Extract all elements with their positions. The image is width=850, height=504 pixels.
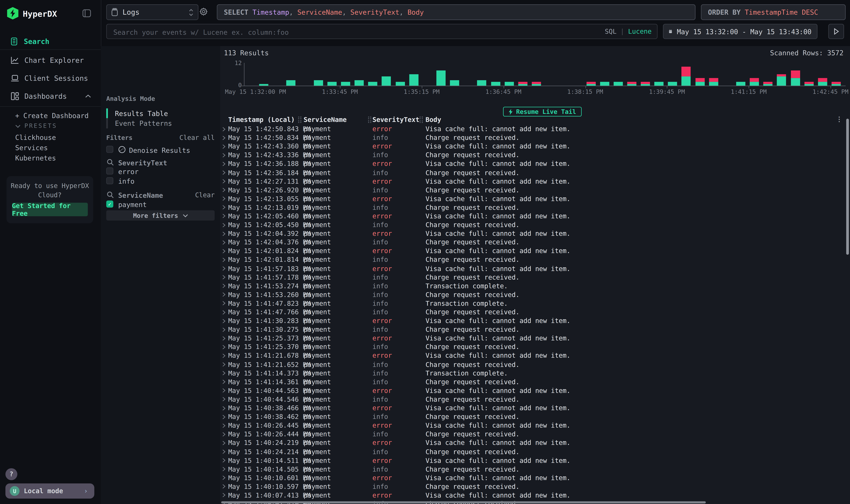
- time-range-picker[interactable]: May 15 13:32:00 - May 15 13:43:00: [663, 24, 817, 39]
- histogram-bar-info[interactable]: [600, 82, 609, 86]
- histogram-bar-error[interactable]: [832, 82, 841, 84]
- histogram-bar-info[interactable]: [477, 80, 487, 86]
- table-row[interactable]: May 15 1:40:26.444 PMpaymentinfoCharge r…: [220, 430, 850, 438]
- table-row[interactable]: May 15 1:42:13.055 PMpaymenterrorVisa ca…: [220, 195, 850, 203]
- table-row[interactable]: May 15 1:42:13.019 PMpaymentinfoCharge r…: [220, 203, 850, 212]
- sidebar-item-search[interactable]: Search: [0, 35, 101, 47]
- row-expand-chevron-icon[interactable]: [222, 292, 228, 297]
- mode-results-table[interactable]: Results Table: [115, 109, 168, 118]
- sidebar-collapse-icon[interactable]: [82, 9, 91, 17]
- table-row[interactable]: May 15 1:42:50.843 PMpaymenterrorVisa ca…: [220, 125, 850, 133]
- table-row[interactable]: May 15 1:40:10.601 PMpaymenterrorVisa ca…: [220, 473, 850, 482]
- row-expand-chevron-icon[interactable]: [222, 161, 228, 166]
- table-row[interactable]: May 15 1:41:57.178 PMpaymentinfoCharge r…: [220, 273, 850, 282]
- table-row[interactable]: May 15 1:41:21.678 PMpaymenterrorVisa ca…: [220, 352, 850, 360]
- histogram-bar-info[interactable]: [668, 82, 677, 86]
- search-icon[interactable]: [107, 159, 114, 166]
- row-expand-chevron-icon[interactable]: [222, 301, 228, 306]
- histogram-bar-info[interactable]: [832, 84, 841, 86]
- column-header-timestamp[interactable]: Timestamp (Local): [228, 116, 295, 124]
- histogram-bar-info[interactable]: [682, 76, 691, 86]
- run-query-button[interactable]: [828, 24, 844, 39]
- histogram-bar-info[interactable]: [777, 76, 786, 86]
- clear-all-link[interactable]: Clear all: [179, 134, 215, 142]
- sidebar-item-client-sessions[interactable]: Client Sessions: [0, 72, 101, 84]
- sql-mode-option[interactable]: SQL: [605, 28, 616, 35]
- histogram-bar-error[interactable]: [641, 82, 650, 84]
- filter-option-payment[interactable]: payment: [118, 201, 147, 209]
- table-row[interactable]: May 15 1:41:25.370 PMpaymentinfoCharge r…: [220, 343, 850, 352]
- table-row[interactable]: May 15 1:42:26.920 PMpaymentinfoCharge r…: [220, 186, 850, 195]
- histogram-bar-info[interactable]: [532, 84, 541, 86]
- sidebar-preset-kubernetes[interactable]: Kubernetes: [15, 154, 56, 162]
- row-expand-chevron-icon[interactable]: [222, 214, 228, 219]
- histogram-bar-info[interactable]: [654, 82, 664, 86]
- histogram-bar-info[interactable]: [791, 78, 800, 86]
- row-expand-chevron-icon[interactable]: [222, 353, 228, 358]
- row-expand-chevron-icon[interactable]: [222, 406, 228, 411]
- lucene-mode-option[interactable]: Lucene: [628, 28, 652, 35]
- histogram-bar-info[interactable]: [750, 82, 759, 86]
- row-expand-chevron-icon[interactable]: [222, 196, 228, 201]
- histogram-bar-info[interactable]: [641, 84, 650, 86]
- histogram-bar-info[interactable]: [804, 84, 814, 86]
- help-button[interactable]: ?: [5, 468, 17, 480]
- histogram-bar-info[interactable]: [286, 80, 295, 86]
- row-expand-chevron-icon[interactable]: [222, 144, 228, 149]
- row-expand-chevron-icon[interactable]: [222, 345, 228, 349]
- histogram-bar-info[interactable]: [327, 82, 337, 86]
- row-expand-chevron-icon[interactable]: [222, 179, 228, 184]
- row-expand-chevron-icon[interactable]: [222, 423, 228, 428]
- filter-checkbox-error[interactable]: [106, 167, 113, 174]
- search-icon[interactable]: [107, 191, 114, 198]
- histogram-bar-info[interactable]: [709, 82, 718, 86]
- source-select[interactable]: Logs: [106, 4, 198, 20]
- histogram-bar-info[interactable]: [341, 82, 350, 86]
- row-expand-chevron-icon[interactable]: [222, 127, 228, 131]
- histogram-bar-error[interactable]: [518, 82, 527, 84]
- histogram-bar-info[interactable]: [505, 82, 514, 86]
- table-row[interactable]: May 15 1:42:43.360 PMpaymenterrorVisa ca…: [220, 142, 850, 151]
- column-resize-handle[interactable]: [298, 116, 302, 123]
- histogram-bar-info[interactable]: [614, 82, 623, 86]
- histogram-bar-info[interactable]: [259, 84, 268, 86]
- sidebar-preset-services[interactable]: Services: [15, 144, 48, 152]
- vertical-scrollbar[interactable]: [846, 119, 849, 255]
- table-row[interactable]: May 15 1:40:26.445 PMpaymenterrorVisa ca…: [220, 421, 850, 430]
- table-row[interactable]: May 15 1:41:30.275 PMpaymentinfoCharge r…: [220, 325, 850, 334]
- table-row[interactable]: May 15 1:41:14.373 PMpaymentinfoTransact…: [220, 369, 850, 378]
- histogram-bar-error[interactable]: [818, 78, 827, 82]
- row-expand-chevron-icon[interactable]: [222, 362, 228, 367]
- table-row[interactable]: May 15 1:40:14.511 PMpaymenterrorVisa ca…: [220, 456, 850, 465]
- row-expand-chevron-icon[interactable]: [222, 153, 228, 158]
- row-expand-chevron-icon[interactable]: [222, 449, 228, 454]
- filter-option-error[interactable]: error: [118, 167, 139, 176]
- sidebar-item-dashboards[interactable]: Dashboards: [0, 90, 101, 102]
- row-expand-chevron-icon[interactable]: [222, 484, 228, 489]
- row-expand-chevron-icon[interactable]: [222, 222, 228, 228]
- histogram-bar-info[interactable]: [368, 82, 377, 86]
- table-row[interactable]: May 15 1:41:25.373 PMpaymenterrorVisa ca…: [220, 334, 850, 343]
- row-expand-chevron-icon[interactable]: [222, 388, 228, 393]
- histogram-bar-info[interactable]: [763, 84, 773, 86]
- row-expand-chevron-icon[interactable]: [222, 379, 228, 384]
- row-expand-chevron-icon[interactable]: [222, 249, 228, 254]
- table-row[interactable]: May 15 1:40:10.597 PMpaymentinfoCharge r…: [220, 482, 850, 491]
- create-dashboard-link[interactable]: + Create Dashboard: [15, 112, 89, 120]
- results-histogram[interactable]: [245, 63, 845, 86]
- horizontal-scrollbar[interactable]: [221, 501, 706, 503]
- select-clause-input[interactable]: SELECT Timestamp, ServiceName, SeverityT…: [217, 4, 695, 20]
- mode-event-patterns[interactable]: Event Patterns: [115, 119, 172, 127]
- column-header-body[interactable]: Body: [426, 116, 441, 124]
- row-expand-chevron-icon[interactable]: [222, 440, 228, 445]
- histogram-bar-error[interactable]: [627, 82, 636, 84]
- filter-option-info[interactable]: info: [118, 177, 134, 185]
- row-expand-chevron-icon[interactable]: [222, 310, 228, 314]
- table-row[interactable]: May 15 1:41:47.823 PMpaymentinfoTransact…: [220, 299, 850, 308]
- table-row[interactable]: May 15 1:40:44.563 PMpaymenterrorVisa ca…: [220, 386, 850, 395]
- table-row[interactable]: May 15 1:42:27.131 PMpaymenterrorVisa ca…: [220, 177, 850, 186]
- row-expand-chevron-icon[interactable]: [222, 257, 228, 262]
- query-language-toggle[interactable]: SQL | Lucene: [605, 28, 652, 35]
- table-row[interactable]: May 15 1:40:38.462 PMpaymentinfoCharge r…: [220, 412, 850, 421]
- table-row[interactable]: May 15 1:40:14.505 PMpaymentinfoCharge r…: [220, 465, 850, 473]
